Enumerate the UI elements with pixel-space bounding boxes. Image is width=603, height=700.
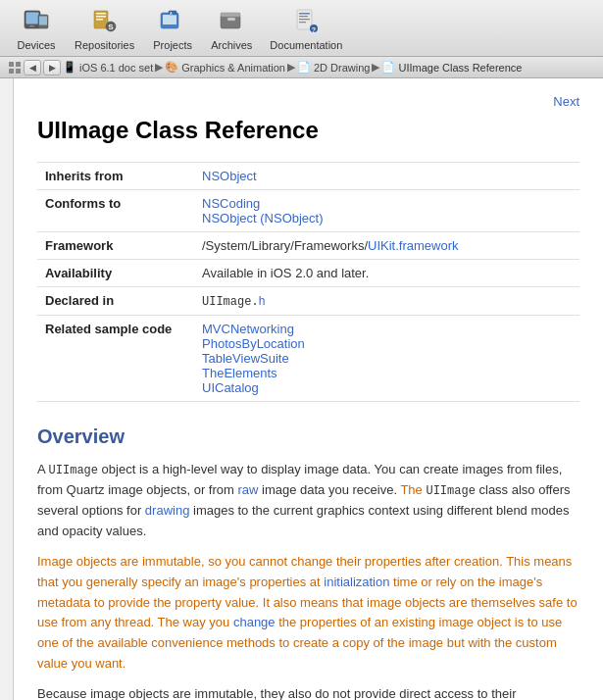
content-area: Next UIImage Class Reference Inherits fr… — [0, 78, 603, 700]
overview-para-1: A UIImage object is a high-level way to … — [37, 460, 579, 542]
breadcrumb-bar: ◀ ▶ 📱 iOS 6.1 doc set ▶ 🎨 Graphics & Ani… — [0, 57, 603, 78]
breadcrumb-2d[interactable]: 📄 2D Drawing — [297, 61, 370, 74]
svg-rect-25 — [9, 62, 14, 67]
svg-rect-7 — [96, 16, 106, 18]
docs-icon: ? — [290, 5, 322, 36]
grid-icon — [8, 61, 22, 75]
nsobject-nsobject-link[interactable]: NSObject (NSObject) — [202, 211, 324, 225]
label-samples: Related sample code — [37, 316, 194, 402]
projects-label: Projects — [153, 39, 192, 51]
breadcrumb-ios-doc[interactable]: 📱 iOS 6.1 doc set — [63, 61, 153, 74]
toolbar-item-projects[interactable]: A Projects — [146, 1, 199, 55]
graphics-icon: 🎨 — [165, 61, 178, 74]
svg-rect-1 — [26, 13, 39, 25]
breadcrumb-graphics[interactable]: 🎨 Graphics & Animation — [165, 61, 285, 74]
svg-rect-6 — [96, 13, 106, 15]
main-content: Next UIImage Class Reference Inherits fr… — [14, 78, 603, 700]
uiimage-code-1: UIImage — [49, 464, 98, 477]
svg-text:?: ? — [312, 26, 316, 33]
svg-text:A: A — [170, 11, 173, 16]
theelements-link[interactable]: TheElements — [202, 366, 277, 380]
value-inherits: NSObject — [194, 163, 579, 190]
label-availability: Availability — [37, 260, 194, 287]
mvcnetworking-link[interactable]: MVCNetworking — [202, 322, 294, 336]
uicatalog-link[interactable]: UICatalog — [202, 380, 259, 395]
svg-rect-16 — [221, 13, 240, 17]
value-conforms: NSCoding NSObject (NSObject) — [194, 190, 579, 232]
next-link-container: Next — [37, 94, 579, 109]
toolbar-item-devices[interactable]: Devices — [10, 1, 63, 55]
declared-filename: UIImage. — [202, 295, 259, 309]
uiimage-code-2: UIImage — [426, 484, 475, 498]
sidebar — [0, 78, 14, 700]
svg-rect-20 — [299, 16, 308, 17]
svg-rect-2 — [29, 25, 34, 27]
value-declared: UIImage.h — [194, 287, 579, 316]
table-row: Framework /System/Library/Frameworks/UIK… — [37, 232, 579, 260]
overview-para-2: Image objects are immutable, so you cann… — [37, 552, 579, 675]
2d-icon: 📄 — [297, 61, 311, 74]
toolbar-item-repositories[interactable]: S Repositories — [69, 1, 140, 55]
declared-h-link[interactable]: h — [259, 295, 266, 309]
svg-rect-19 — [299, 13, 310, 15]
svg-rect-12 — [163, 15, 176, 25]
framework-path-text: /System/Library/Frameworks/ — [202, 238, 368, 253]
devices-icon — [21, 5, 52, 36]
toolbar: Devices S Repositories A Projects — [0, 0, 603, 57]
toolbar-item-documentation[interactable]: ? Documentation — [264, 1, 348, 55]
tableviewsuite-link[interactable]: TableViewSuite — [202, 351, 289, 366]
svg-rect-8 — [96, 19, 103, 21]
repositories-label: Repositories — [75, 39, 134, 51]
archives-label: Archives — [211, 39, 252, 51]
highlight-drawing: drawing — [145, 503, 190, 518]
table-row: Availability Available in iOS 2.0 and la… — [37, 260, 579, 287]
svg-rect-22 — [299, 22, 306, 23]
svg-rect-28 — [16, 69, 21, 74]
ios-icon: 📱 — [63, 61, 76, 74]
value-availability: Available in iOS 2.0 and later. — [194, 260, 579, 287]
svg-rect-17 — [227, 18, 235, 21]
next-link[interactable]: Next — [553, 94, 579, 109]
table-row: Inherits from NSObject — [37, 163, 579, 190]
repo-icon: S — [89, 5, 121, 36]
svg-rect-27 — [9, 69, 14, 74]
projects-icon: A — [157, 5, 188, 36]
devices-label: Devices — [17, 39, 55, 51]
ref-icon: 📄 — [381, 61, 395, 74]
breadcrumb: 📱 iOS 6.1 doc set ▶ 🎨 Graphics & Animati… — [63, 61, 522, 74]
nsobject-link[interactable]: NSObject — [202, 169, 257, 183]
table-row: Declared in UIImage.h — [37, 287, 579, 316]
label-framework: Framework — [37, 232, 194, 260]
documentation-label: Documentation — [270, 39, 342, 51]
svg-rect-26 — [16, 62, 21, 67]
label-inherits: Inherits from — [37, 163, 194, 190]
nscoding-link[interactable]: NSCoding — [202, 196, 260, 211]
value-samples: MVCNetworking PhotosByLocation TableView… — [194, 316, 579, 402]
highlight-the: The — [400, 482, 422, 497]
back-button[interactable]: ◀ — [24, 60, 41, 75]
page-title: UIImage Class Reference — [37, 117, 579, 144]
forward-button[interactable]: ▶ — [43, 60, 61, 75]
highlight-raw: raw — [237, 482, 258, 497]
photosbylocation-link[interactable]: PhotosByLocation — [202, 336, 305, 351]
svg-rect-4 — [39, 17, 47, 25]
svg-rect-21 — [299, 19, 310, 20]
overview-para-3: Because image objects are immutable, the… — [37, 684, 579, 700]
overview-title: Overview — [37, 425, 579, 448]
toolbar-item-archives[interactable]: Archives — [205, 1, 258, 55]
label-conforms: Conforms to — [37, 190, 194, 232]
table-row: Conforms to NSCoding NSObject (NSObject) — [37, 190, 579, 232]
label-declared: Declared in — [37, 287, 194, 316]
breadcrumb-current: 📄 UIImage Class Reference — [381, 61, 522, 74]
uikit-link[interactable]: UIKit.framework — [368, 238, 458, 253]
value-framework: /System/Library/Frameworks/UIKit.framewo… — [194, 232, 579, 260]
svg-text:S: S — [108, 23, 114, 31]
table-row: Related sample code MVCNetworking Photos… — [37, 316, 579, 402]
info-table: Inherits from NSObject Conforms to NSCod… — [37, 162, 579, 402]
archives-icon — [216, 5, 247, 36]
